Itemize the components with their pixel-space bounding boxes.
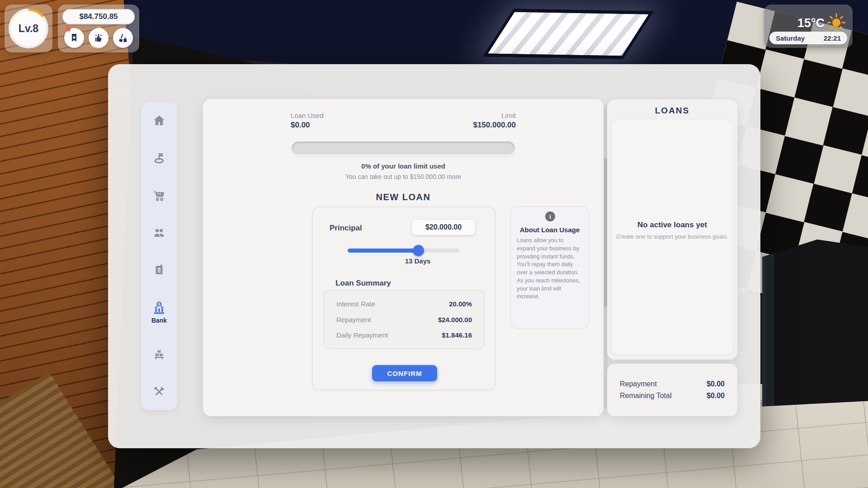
day-time-pill: Saturday 22:21 [769,32,847,44]
limit-label: Limit [473,112,516,119]
sidebar-item-upgrades[interactable] [146,385,172,399]
sidebar-item-milestones[interactable] [146,151,172,165]
loans-panel: LOANS No active loans yet Create one to … [607,99,737,360]
repayment-label: Repayment [336,316,371,324]
thumbs-up-stars-icon [93,33,104,43]
sidebar-item-bank-label: Bank [151,317,167,324]
loan-progress-bar [291,141,516,155]
money-amount: $84.750.85 [62,9,135,24]
interest-rate-value: 20.00% [449,300,472,308]
new-loan-card: Principal $20.000.00 13 Days Loan Summar… [312,206,495,390]
confirm-button[interactable]: CONFIRM [372,365,437,381]
bank-icon: $ [151,300,167,316]
sidebar-item-licenses[interactable] [146,263,172,277]
loans-title: LOANS [607,106,737,116]
money-panel: $84.750.85 [58,5,139,52]
info-icon: i [545,211,555,221]
badge-star-icon [69,33,80,43]
badge-star-button[interactable] [64,28,84,48]
pallet-icon [152,347,166,361]
loans-empty-subtitle: Create one to support your business goal… [612,233,733,240]
totals-remaining-label: Remaining Total [620,392,671,400]
summary-row-repayment: Repayment $24.000.00 [336,316,472,324]
sidebar-item-staff[interactable] [146,226,172,239]
loans-list: No active loans yet Create one to suppor… [612,120,733,354]
summary-row-daily: Daily Repayment $1.846.16 [336,331,472,339]
duration-slider-fill [348,249,418,253]
principal-label: Principal [330,224,362,233]
loan-used-value: $0.00 [291,121,324,130]
about-loan-card: i About Loan Usage Loans allow you to ex… [510,206,590,329]
cart-icon [152,188,166,202]
about-title: About Loan Usage [511,226,589,234]
totals-repayment-value: $0.00 [707,380,725,388]
menu-board-icon [152,263,166,277]
interest-rate-label: Interest Rate [336,300,375,308]
repayment-value: $24.000.00 [438,316,472,324]
loan-usage-header: Loan Used $0.00 Limit $150.000.00 [291,112,516,130]
about-body: Loans allow you to expand your business … [517,237,584,301]
level-ring: Lv.8 [9,9,48,48]
daily-repayment-label: Daily Repayment [336,331,388,339]
loan-summary-box: Interest Rate 20.00% Repayment $24.000.0… [324,290,485,349]
sidebar-item-home[interactable] [146,114,172,127]
principal-input[interactable]: $20.000.00 [411,219,476,235]
loan-usage-text: 0% of your loan limit used [203,162,604,170]
sidebar-item-bank[interactable]: $ Bank [146,300,172,324]
flag-target-icon [152,151,166,165]
loans-empty-title: No active loans yet [612,221,733,230]
sidebar-nav: $ Bank [141,102,177,410]
bank-dialog: $ Bank [108,64,760,448]
duration-value: 13 Days [363,257,472,265]
home-icon [152,114,166,127]
totals-row-repayment: Repayment $0.00 [620,380,725,388]
time-label: 22:21 [824,34,841,42]
loan-used-label: Loan Used [291,112,324,119]
loan-main-card: Loan Used $0.00 Limit $150.000.00 0% of … [203,99,604,416]
daily-repayment-value: $1.846.16 [442,331,472,339]
limit-value: $150.000.00 [473,121,516,130]
summary-row-interest: Interest Rate 20.00% [336,300,472,308]
duration-slider-thumb[interactable] [413,245,424,256]
totals-repayment-label: Repayment [620,380,657,388]
totals-remaining-value: $0.00 [707,392,725,400]
thumbs-up-stars-button[interactable] [89,28,108,48]
game-screen: Lv.8 $84.750.85 [0,0,868,488]
sidebar-item-storage[interactable] [146,347,172,361]
temperature: 15°C [797,16,825,30]
cleaning-button[interactable] [113,28,133,48]
day-label: Saturday [776,34,805,42]
level-label: Lv.8 [11,11,46,46]
tools-icon [152,385,166,399]
loan-totals-card: Repayment $0.00 Remaining Total $0.00 [607,364,737,416]
loan-summary-title: Loan Summary [335,279,391,288]
people-icon [152,226,166,239]
duration-slider[interactable] [348,244,459,256]
loan-available-text: You can take out up to $150.000.00 more [203,173,604,180]
totals-row-remaining: Remaining Total $0.00 [620,392,725,400]
sidebar-item-market[interactable] [146,188,172,202]
svg-text:$: $ [158,302,160,306]
weather-widget: 15°C Saturday 22:21 [764,5,853,48]
sun-icon [826,13,846,33]
level-badge: Lv.8 [5,5,52,52]
new-loan-title: NEW LOAN [203,192,604,202]
broom-icon [118,33,128,43]
alert-dot [66,27,71,31]
